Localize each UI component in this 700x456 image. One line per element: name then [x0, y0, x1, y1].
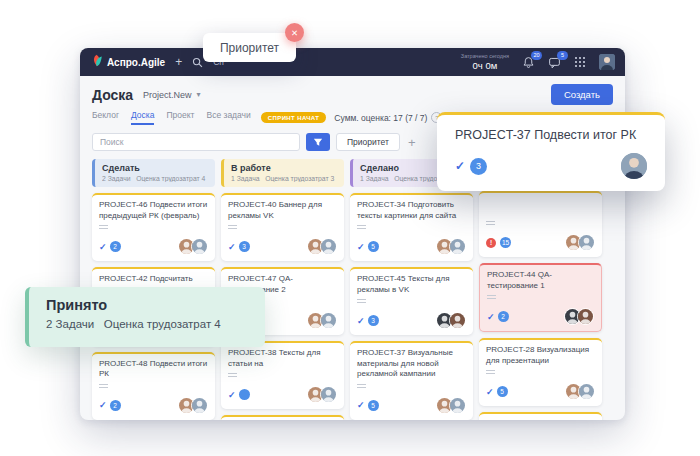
accepted-column-stats: 2 Задачи Оценка трудозатрат 4: [46, 318, 265, 330]
task-meta-row: ✓ 3: [455, 153, 647, 179]
task-card[interactable]: PROJECT-48 Подвести итоги РК✓2: [92, 352, 215, 420]
task-card[interactable]: PROJECT-38 Тексты для статьи на✓: [221, 341, 344, 409]
task-meta-row: ✓5: [486, 383, 595, 400]
board-select-value: Project.New: [143, 90, 192, 100]
task-card[interactable]: PROJECT-28 Визуализация для презентации✓…: [479, 338, 602, 406]
apps-grid-icon[interactable]: [574, 56, 586, 68]
task-card[interactable]: PROJECT-46 Подвести итоги предыдущей РК …: [92, 193, 215, 261]
assignee-avatars: [307, 312, 337, 329]
task-card[interactable]: !15: [479, 191, 602, 257]
board-tab[interactable]: Доска: [131, 110, 154, 125]
task-meta-row: ✓2: [99, 397, 208, 414]
task-card[interactable]: PROJECT-44 QA-тестирование 1✓2: [479, 263, 602, 332]
search-input[interactable]: [92, 133, 300, 151]
board-title-row: Доска Project.New ▾ Создать: [92, 84, 613, 105]
search-icon[interactable]: [192, 57, 203, 68]
priority-drag-tooltip[interactable]: Приоритет ✕: [203, 33, 296, 62]
checklist-count-badge: [239, 389, 250, 400]
checklist-check-icon: ✓: [99, 242, 107, 252]
overdue-alert-icon: !: [486, 238, 496, 248]
board-tab[interactable]: Проект: [166, 110, 194, 125]
task-meta-row: ✓5: [357, 238, 466, 255]
assignee-avatars: [564, 308, 594, 325]
avatar: [320, 312, 337, 329]
checklist-check-icon: ✓: [357, 242, 365, 252]
task-title: PROJECT-28 Визуализация для презентации: [486, 345, 595, 366]
checklist-check-icon: ✓: [99, 400, 107, 410]
accepted-column-title: Принято: [46, 297, 265, 313]
description-icon: [99, 384, 108, 390]
task-meta-row: ✓5: [357, 397, 466, 414]
task-title: PROJECT-37 Подвести итог РК: [455, 128, 647, 142]
app-name: Аспро.Agile: [107, 57, 165, 68]
column-name: Сделать: [102, 163, 208, 173]
task-card[interactable]: PROJECT-45 Тексты для рекламы в VK✓3: [350, 267, 473, 335]
assignee-avatars: [307, 238, 337, 255]
checklist-check-icon: ✓: [455, 159, 465, 173]
board-tabs: БеклогДоскаПроектВсе задачи: [92, 110, 251, 125]
avatar: [578, 383, 595, 400]
checklist-check-icon: ✓: [357, 316, 365, 326]
task-card[interactable]: PROJECT-19 Тексты для рекламы VK✓5: [479, 412, 602, 420]
avatar: [191, 397, 208, 414]
priority-filter-chip[interactable]: Приоритет: [336, 133, 400, 151]
task-card[interactable]: теории✓3: [221, 415, 344, 420]
user-avatar[interactable]: [599, 54, 615, 70]
assignee-avatar: [621, 153, 647, 179]
checklist-count-badge: 5: [368, 400, 379, 411]
checklist-count-badge: 3: [368, 315, 379, 326]
column-stats: 2 Задачи Оценка трудозатрат 4: [102, 175, 208, 182]
task-card[interactable]: PROJECT-37 Визуальные материалы для ново…: [350, 341, 473, 420]
time-tracker-value: 0ч 0м: [461, 61, 509, 71]
task-title: PROJECT-34 Подготовить тексты картинки д…: [357, 200, 466, 221]
board-select[interactable]: Project.New ▾: [143, 90, 201, 100]
sprint-status-badge: СПРИНТ НАЧАТ: [261, 112, 327, 123]
messages-badge: 5: [557, 51, 568, 60]
avatar: [577, 308, 594, 325]
board-tab[interactable]: Все задачи: [206, 110, 250, 125]
task-title: [486, 198, 595, 217]
dragged-task-card[interactable]: PROJECT-37 Подвести итог РК ✓ 3: [437, 112, 665, 191]
assignee-avatars: [436, 238, 466, 255]
top-navigation-bar: Аспро.Agile + Сп Затрачено сегодня 0ч 0м…: [80, 48, 625, 76]
checklist-count-badge: 2: [110, 400, 121, 411]
app-logo[interactable]: Аспро.Agile: [90, 53, 165, 71]
assignee-avatars: [565, 234, 595, 251]
quick-add-icon[interactable]: +: [175, 55, 182, 69]
task-card[interactable]: PROJECT-40 Баннер для рекламы VK✓3: [221, 193, 344, 261]
task-title: PROJECT-38 Тексты для статьи на: [228, 348, 337, 369]
board-tab[interactable]: Беклог: [92, 110, 119, 125]
notifications-badge: 20: [531, 51, 542, 60]
task-card[interactable]: PROJECT-34 Подготовить тексты картинки д…: [350, 193, 473, 261]
time-tracker[interactable]: Затрачено сегодня 0ч 0м: [461, 54, 509, 71]
checklist-check-icon: ✓: [228, 242, 236, 252]
column-name: В работе: [231, 163, 337, 173]
avatar: [449, 238, 466, 255]
close-icon[interactable]: ✕: [285, 23, 304, 42]
add-filter-icon[interactable]: +: [408, 135, 416, 150]
avatar: [320, 386, 337, 403]
tooltip-label: Приоритет: [220, 41, 279, 55]
checklist-check-icon: ✓: [487, 312, 495, 322]
time-tracker-label: Затрачено сегодня: [461, 54, 509, 60]
column-header: В работе1 Задача Оценка трудозатрат 3: [221, 159, 344, 187]
description-icon: [357, 299, 366, 305]
app-window: Аспро.Agile + Сп Затрачено сегодня 0ч 0м…: [80, 48, 625, 420]
board-column: !15PROJECT-44 QA-тестирование 1✓2PROJECT…: [479, 159, 602, 420]
task-meta-row: ✓2: [487, 308, 594, 325]
column-header: Сделать2 Задачи Оценка трудозатрат 4: [92, 159, 215, 187]
task-title: PROJECT-46 Подвести итоги предыдущей РК …: [99, 200, 208, 221]
task-meta-row: ✓2: [99, 238, 208, 255]
assignee-avatars: [565, 383, 595, 400]
app-logo-icon: [90, 53, 103, 71]
messages-icon[interactable]: 5: [548, 56, 561, 69]
task-title: PROJECT-37 Визуальные материалы для ново…: [357, 348, 466, 380]
filter-button[interactable]: [306, 133, 330, 151]
assignee-avatars: [307, 386, 337, 403]
checklist-count-badge: 3: [239, 241, 250, 252]
avatar: [449, 312, 466, 329]
task-meta-row: ✓: [228, 386, 337, 403]
topbar-right-group: Затрачено сегодня 0ч 0м 20 5: [461, 54, 615, 71]
notifications-bell-icon[interactable]: 20: [522, 56, 535, 69]
create-button[interactable]: Создать: [551, 84, 613, 105]
